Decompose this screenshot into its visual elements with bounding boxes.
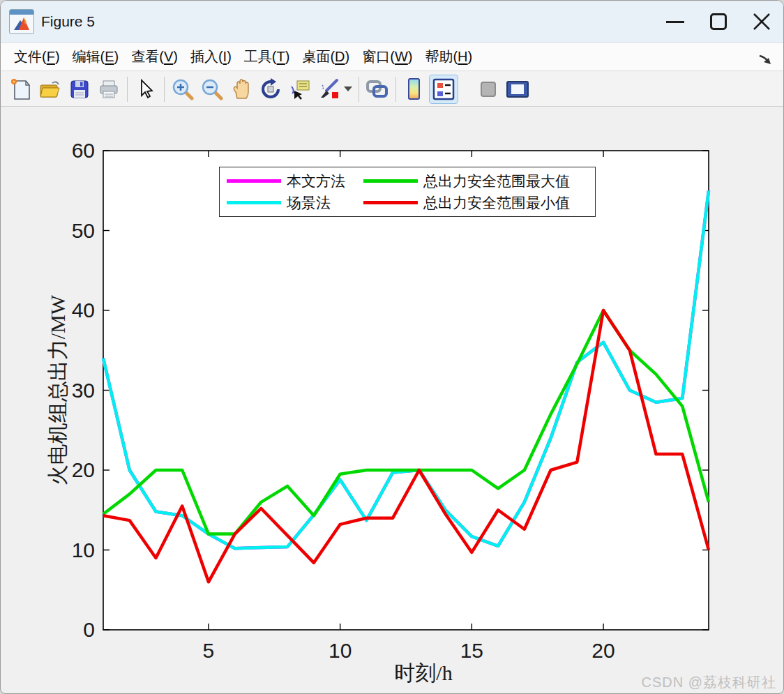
plot-area[interactable]: 01020304050605101520时刻/h火电机组总出力/MW (1, 1, 784, 694)
chart-legend[interactable]: 本文方法 总出力安全范围最大值 场景法 总出力安全范围最小值 (219, 167, 596, 217)
y-tick-label: 0 (83, 618, 95, 641)
legend-item-max: 总出力安全范围最大值 (363, 172, 589, 191)
x-tick-label: 15 (460, 639, 483, 662)
y-tick-label: 30 (72, 379, 95, 402)
x-axis-label: 时刻/h (394, 661, 452, 684)
legend-item-method: 本文方法 (227, 172, 363, 191)
y-tick-label: 20 (72, 458, 95, 481)
legend-line-sample (363, 179, 418, 183)
csdn-watermark: CSDN @荔枝科研社 (641, 673, 776, 692)
y-axis-label: 火电机组总出力/MW (46, 294, 69, 485)
x-tick-label: 20 (591, 639, 615, 662)
legend-line-sample (227, 201, 281, 204)
legend-line-sample (227, 179, 281, 183)
legend-line-sample (363, 201, 418, 204)
figure-window: Figure 5 文件(F) 编辑(E) 查看(V) 插入(I) 工具(T) 桌… (0, 0, 784, 694)
legend-item-scenario: 场景法 (227, 193, 363, 213)
y-tick-label: 40 (72, 299, 95, 322)
x-tick-label: 5 (203, 639, 215, 662)
y-tick-label: 60 (72, 139, 95, 162)
x-tick-label: 10 (329, 639, 352, 662)
axes-box (103, 151, 709, 630)
y-tick-label: 50 (72, 219, 95, 242)
y-tick-label: 10 (72, 538, 95, 561)
legend-item-min: 总出力安全范围最小值 (363, 193, 589, 213)
